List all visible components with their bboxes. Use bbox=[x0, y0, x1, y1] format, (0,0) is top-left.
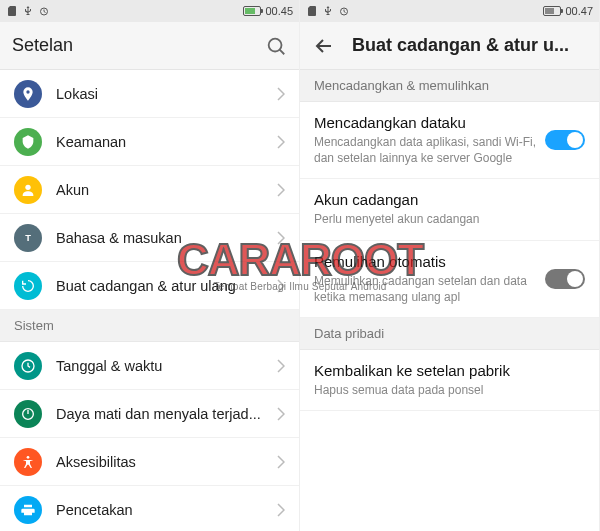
page-title: Buat cadangan & atur u... bbox=[352, 35, 587, 56]
row-accounts[interactable]: Akun bbox=[0, 166, 299, 214]
toggle-backup-data[interactable] bbox=[545, 130, 585, 150]
svg-point-1 bbox=[269, 38, 282, 51]
appbar: Buat cadangan & atur u... bbox=[300, 22, 599, 70]
setting-backup-account[interactable]: Akun cadangan Perlu menyetel akun cadang… bbox=[300, 179, 599, 240]
row-label: Akun bbox=[56, 182, 277, 198]
back-button[interactable] bbox=[312, 34, 336, 58]
appbar: Setelan bbox=[0, 22, 299, 70]
svg-text:T: T bbox=[25, 233, 31, 243]
backup-settings-list: Mencadangkan & memulihkan Mencadangkan d… bbox=[300, 70, 599, 531]
page-title: Setelan bbox=[12, 35, 265, 56]
status-time: 00.45 bbox=[265, 5, 293, 17]
setting-desc: Perlu menyetel akun cadangan bbox=[314, 211, 577, 227]
row-printing[interactable]: Pencetakan bbox=[0, 486, 299, 531]
backup-icon bbox=[14, 272, 42, 300]
row-datetime[interactable]: Tanggal & waktu bbox=[0, 342, 299, 390]
usb-icon bbox=[22, 5, 34, 17]
setting-title: Mencadangkan dataku bbox=[314, 114, 537, 131]
account-icon bbox=[14, 176, 42, 204]
setting-factory-reset[interactable]: Kembalikan ke setelan pabrik Hapus semua… bbox=[300, 350, 599, 411]
language-icon: T bbox=[14, 224, 42, 252]
row-label: Aksesibilitas bbox=[56, 454, 277, 470]
usb-icon bbox=[322, 5, 334, 17]
chevron-right-icon bbox=[277, 135, 285, 149]
setting-desc: Memulihkan cadangan setelan dan data ket… bbox=[314, 273, 537, 305]
alarm-icon bbox=[338, 5, 350, 17]
print-icon bbox=[14, 496, 42, 524]
search-icon[interactable] bbox=[265, 35, 287, 57]
alarm-icon bbox=[38, 5, 50, 17]
phone-right: 00.47 Buat cadangan & atur u... Mencadan… bbox=[300, 0, 600, 531]
chevron-right-icon bbox=[277, 359, 285, 373]
row-backup[interactable]: Buat cadangan & atur ulang bbox=[0, 262, 299, 310]
setting-desc: Mencadangkan data aplikasi, sandi Wi-Fi,… bbox=[314, 134, 537, 166]
row-label: Lokasi bbox=[56, 86, 277, 102]
row-label: Keamanan bbox=[56, 134, 277, 150]
chevron-right-icon bbox=[277, 279, 285, 293]
accessibility-icon bbox=[14, 448, 42, 476]
svg-point-6 bbox=[27, 456, 30, 459]
row-accessibility[interactable]: Aksesibilitas bbox=[0, 438, 299, 486]
section-personal-data: Data pribadi bbox=[300, 318, 599, 350]
power-icon bbox=[14, 400, 42, 428]
setting-auto-restore[interactable]: Pemulihan otomatis Memulihkan cadangan s… bbox=[300, 241, 599, 318]
chevron-right-icon bbox=[277, 87, 285, 101]
chevron-right-icon bbox=[277, 503, 285, 517]
row-label: Daya mati dan menyala terjad... bbox=[56, 406, 277, 422]
setting-title: Pemulihan otomatis bbox=[314, 253, 537, 270]
chevron-right-icon bbox=[277, 407, 285, 421]
setting-desc: Hapus semua data pada ponsel bbox=[314, 382, 577, 398]
battery-icon bbox=[243, 6, 261, 16]
battery-icon bbox=[543, 6, 561, 16]
row-language[interactable]: T Bahasa & masukan bbox=[0, 214, 299, 262]
sim-icon bbox=[6, 5, 18, 17]
section-backup-restore: Mencadangkan & memulihkan bbox=[300, 70, 599, 102]
setting-title: Akun cadangan bbox=[314, 191, 577, 208]
location-icon bbox=[14, 80, 42, 108]
row-location[interactable]: Lokasi bbox=[0, 70, 299, 118]
setting-backup-data[interactable]: Mencadangkan dataku Mencadangkan data ap… bbox=[300, 102, 599, 179]
status-time: 00.47 bbox=[565, 5, 593, 17]
row-label: Tanggal & waktu bbox=[56, 358, 277, 374]
chevron-right-icon bbox=[277, 455, 285, 469]
phone-left: 00.45 Setelan Lokasi Keamanan Akun T Bah… bbox=[0, 0, 300, 531]
toggle-auto-restore[interactable] bbox=[545, 269, 585, 289]
security-icon bbox=[14, 128, 42, 156]
row-label: Buat cadangan & atur ulang bbox=[56, 278, 277, 294]
row-label: Bahasa & masukan bbox=[56, 230, 277, 246]
status-bar: 00.45 bbox=[0, 0, 299, 22]
sim-icon bbox=[306, 5, 318, 17]
section-system: Sistem bbox=[0, 310, 299, 342]
clock-icon bbox=[14, 352, 42, 380]
settings-list: Lokasi Keamanan Akun T Bahasa & masukan … bbox=[0, 70, 299, 531]
svg-point-2 bbox=[25, 184, 30, 189]
chevron-right-icon bbox=[277, 231, 285, 245]
status-bar: 00.47 bbox=[300, 0, 599, 22]
setting-title: Kembalikan ke setelan pabrik bbox=[314, 362, 577, 379]
row-security[interactable]: Keamanan bbox=[0, 118, 299, 166]
row-label: Pencetakan bbox=[56, 502, 277, 518]
chevron-right-icon bbox=[277, 183, 285, 197]
row-power-schedule[interactable]: Daya mati dan menyala terjad... bbox=[0, 390, 299, 438]
